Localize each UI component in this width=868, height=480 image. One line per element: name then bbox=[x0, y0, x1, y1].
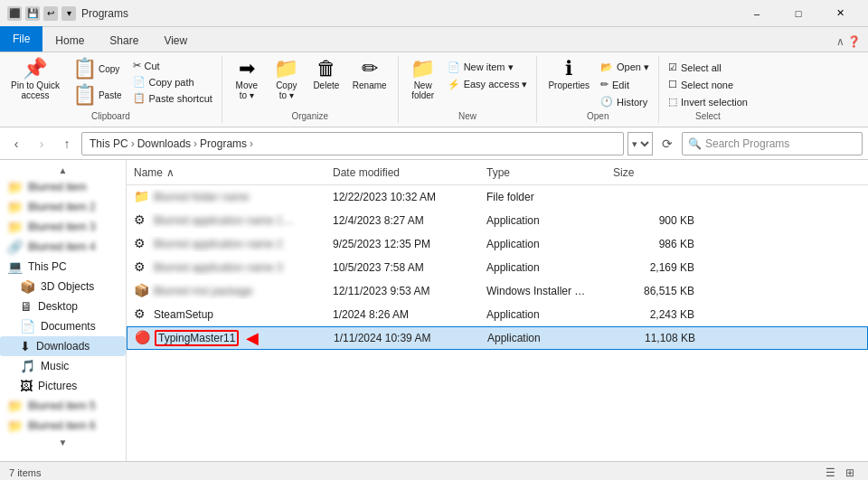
table-row[interactable]: ⚙ Blurred application name 1 ... 12/4/20… bbox=[127, 209, 868, 232]
sidebar-label-desktop: Desktop bbox=[38, 300, 78, 313]
quick-access-icon[interactable]: ⬛ bbox=[7, 6, 22, 21]
app-icon: ⚙ bbox=[134, 259, 150, 276]
sidebar-item-blurred5[interactable]: 📁 Blurred item 5 bbox=[0, 396, 126, 416]
app-icon: ⚙ bbox=[134, 306, 150, 323]
sidebar-item-this-pc[interactable]: 💻 This PC bbox=[0, 257, 126, 277]
title-bar-icons: ⬛ 💾 ↩ ▾ bbox=[7, 6, 76, 21]
select-label: Select bbox=[665, 111, 751, 123]
sidebar-item-pictures[interactable]: 🖼 Pictures bbox=[0, 376, 126, 396]
move-to-button[interactable]: ➡ Moveto ▾ bbox=[228, 56, 266, 103]
copy-path-button[interactable]: 📄 Copy path bbox=[129, 74, 216, 89]
invert-selection-button[interactable]: ⬚ Invert selection bbox=[665, 94, 751, 109]
column-name[interactable]: Name ∧ bbox=[134, 166, 333, 179]
path-segment-programs[interactable]: Programs bbox=[200, 137, 247, 150]
search-box[interactable]: 🔍 Search Programs bbox=[682, 132, 863, 155]
ribbon-tabs: File Home Share View ∧ ❓ bbox=[0, 27, 868, 52]
column-size[interactable]: Size bbox=[613, 166, 694, 179]
edit-button[interactable]: ✏ Edit bbox=[597, 77, 653, 92]
sidebar-item-blurred1[interactable]: 📁 Blurred item bbox=[0, 177, 126, 197]
title-bar: ⬛ 💾 ↩ ▾ Programs – □ ✕ bbox=[0, 0, 868, 27]
copy-icon: 📋 bbox=[72, 59, 97, 79]
up-button[interactable]: ↑ bbox=[56, 133, 78, 155]
column-date-modified[interactable]: Date modified bbox=[333, 166, 486, 179]
customize-icon[interactable]: ▾ bbox=[61, 6, 76, 21]
tab-home[interactable]: Home bbox=[42, 30, 97, 52]
forward-button[interactable]: › bbox=[31, 133, 52, 155]
copy-button[interactable]: 📋 Copy bbox=[67, 56, 127, 81]
clipboard-group: 📌 Pin to Quickaccess 📋 Copy 📋 Paste ✂ Cu… bbox=[0, 56, 222, 123]
sidebar-scroll-up[interactable]: ▲ bbox=[0, 164, 126, 177]
table-row[interactable]: ⚙ SteamSetup 1/2024 8:26 AM Application … bbox=[127, 303, 868, 326]
sidebar-label-this-pc: This PC bbox=[28, 260, 67, 273]
folder-icon: 📁 bbox=[134, 189, 150, 205]
copy-to-button[interactable]: 📁 Copyto ▾ bbox=[268, 56, 306, 103]
select-all-button[interactable]: ☑ Select all bbox=[665, 60, 725, 75]
table-row[interactable]: ⚙ Blurred application name 2 9/25/2023 1… bbox=[127, 232, 868, 256]
table-row-typing-master[interactable]: 🔴 TypingMaster11 ◀ 1/11/2024 10:39 AM Ap… bbox=[127, 326, 868, 350]
paste-button[interactable]: 📋 Paste bbox=[67, 82, 127, 108]
tab-file[interactable]: File bbox=[0, 26, 42, 52]
select-none-button[interactable]: ☐ Select none bbox=[665, 77, 737, 92]
undo-icon[interactable]: ↩ bbox=[43, 6, 58, 21]
open-button[interactable]: 📂 Open ▾ bbox=[597, 60, 653, 75]
msi-icon: 📦 bbox=[134, 283, 150, 299]
sidebar-item-desktop[interactable]: 🖥 Desktop bbox=[0, 296, 126, 316]
column-type[interactable]: Type bbox=[486, 166, 613, 179]
sidebar-item-documents[interactable]: 📄 Documents bbox=[0, 316, 126, 336]
table-row[interactable]: ⚙ Blurred application name 3 10/5/2023 7… bbox=[127, 256, 868, 279]
delete-button[interactable]: 🗑 Delete bbox=[307, 56, 345, 93]
computer-icon: 💻 bbox=[7, 259, 23, 274]
large-icon-view-button[interactable]: ⊞ bbox=[841, 464, 859, 481]
annotation-arrow: ◀ bbox=[246, 328, 259, 348]
path-dropdown[interactable]: ▾ bbox=[627, 132, 653, 155]
sidebar-item-blurred3[interactable]: 📁 Blurred item 3 bbox=[0, 217, 126, 237]
search-icon: 🔍 bbox=[688, 137, 702, 150]
paste-shortcut-button[interactable]: 📋 Paste shortcut bbox=[129, 90, 216, 106]
table-row[interactable]: 📦 Blurred msi package 12/11/2023 9:53 AM… bbox=[127, 279, 868, 303]
save-icon[interactable]: 💾 bbox=[25, 6, 40, 21]
cut-button[interactable]: ✂ Cut bbox=[129, 58, 216, 73]
refresh-button[interactable]: ⟳ bbox=[656, 133, 678, 155]
ribbon-collapse-button[interactable]: ∧ ❓ bbox=[829, 32, 868, 52]
close-button[interactable]: ✕ bbox=[819, 0, 861, 27]
path-segment-downloads[interactable]: Downloads bbox=[137, 137, 191, 150]
new-folder-button[interactable]: 📁 Newfolder bbox=[404, 56, 442, 103]
pictures-icon: 🖼 bbox=[20, 379, 33, 393]
documents-icon: 📄 bbox=[20, 319, 35, 334]
app-icon: ⚙ bbox=[134, 236, 150, 252]
highlighted-filename: TypingMaster11 bbox=[155, 330, 239, 346]
edit-icon: ✏ bbox=[600, 79, 609, 90]
back-button[interactable]: ‹ bbox=[5, 133, 27, 155]
tab-view[interactable]: View bbox=[151, 30, 200, 52]
details-view-button[interactable]: ☰ bbox=[821, 464, 839, 481]
sidebar-item-downloads[interactable]: ⬇ Downloads bbox=[0, 336, 126, 356]
maximize-button[interactable]: □ bbox=[778, 0, 819, 27]
minimize-button[interactable]: – bbox=[736, 0, 778, 27]
sidebar-item-3d-objects[interactable]: 📦 3D Objects bbox=[0, 277, 126, 296]
table-row[interactable]: 📁 Blurred folder name 12/22/2023 10:32 A… bbox=[127, 185, 868, 209]
path-segment-thispc[interactable]: This PC bbox=[90, 137, 128, 150]
properties-button[interactable]: ℹ Properties bbox=[542, 56, 595, 93]
cut-icon: ✂ bbox=[133, 60, 141, 71]
pin-quick-access-button[interactable]: 📌 Pin to Quickaccess bbox=[5, 56, 65, 103]
easy-access-button[interactable]: ⚡ Easy access ▾ bbox=[444, 77, 532, 92]
sidebar-item-music[interactable]: 🎵 Music bbox=[0, 356, 126, 376]
pin-icon: 📌 bbox=[23, 59, 47, 79]
rename-button[interactable]: ✏ Rename bbox=[347, 56, 392, 93]
sidebar-item-blurred2[interactable]: 📁 Blurred item 2 bbox=[0, 197, 126, 217]
view-buttons: ☰ ⊞ bbox=[821, 464, 859, 481]
sidebar-item-blurred6[interactable]: 📁 Blurred item 6 bbox=[0, 416, 126, 436]
sidebar-scroll-down[interactable]: ▼ bbox=[0, 436, 126, 449]
history-button[interactable]: 🕐 History bbox=[597, 94, 653, 109]
new-item-button[interactable]: 📄 New item ▾ bbox=[444, 60, 532, 75]
delete-icon: 🗑 bbox=[316, 59, 336, 79]
sidebar-label-pictures: Pictures bbox=[38, 380, 77, 392]
sort-arrow: ∧ bbox=[166, 166, 175, 179]
address-path[interactable]: This PC › Downloads › Programs › bbox=[81, 132, 624, 155]
tab-share[interactable]: Share bbox=[97, 30, 151, 52]
desktop-icon: 🖥 bbox=[20, 299, 33, 314]
file-area: Name ∧ Date modified Type Size 📁 Blurred… bbox=[127, 160, 868, 461]
copy-path-icon: 📄 bbox=[133, 76, 146, 88]
sidebar-item-blurred4[interactable]: 🔗 Blurred item 4 bbox=[0, 237, 126, 257]
address-bar: ‹ › ↑ This PC › Downloads › Programs › ▾… bbox=[0, 127, 868, 160]
